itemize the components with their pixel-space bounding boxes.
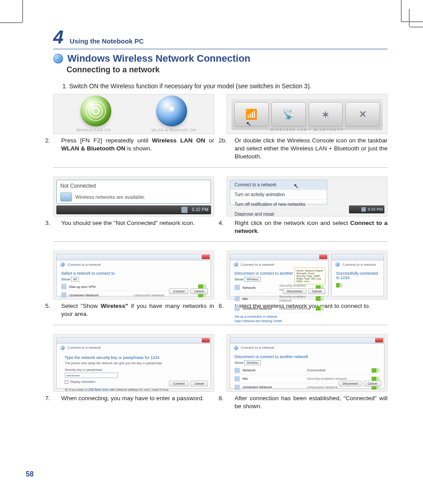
dialog-breadcrumb: Connect to a network [67, 263, 101, 267]
disconnect-button[interactable]: Disconnect [283, 288, 306, 294]
step-1: Switch ON the Wireless function if neces… [69, 83, 388, 90]
step-2b: 2b.Or double click the Wireless Console … [235, 137, 388, 161]
step-number: 5. [53, 302, 61, 310]
show-dropdown[interactable]: Wireless [244, 277, 261, 282]
section-title: Windows Wireless Network Connection [67, 53, 251, 64]
figure-passphrase-dialog: Connect to a network Type the network se… [53, 334, 214, 392]
tray-network-icon[interactable] [361, 207, 366, 212]
bluetooth-icon: ∗ [321, 109, 329, 120]
figure-connect-dialog-select: Connect to a network Disconnect or conne… [227, 251, 388, 299]
console-btn-wlan[interactable]: 📡 [271, 102, 306, 127]
menu-item[interactable]: Turn on activity animation [230, 190, 327, 200]
signal-bars-icon [316, 296, 324, 301]
figure-hotkey-icons: * Wireless LAN ON WLAN & Bluetooth ON [53, 94, 214, 134]
step-number: 8. [227, 394, 235, 402]
divider [53, 241, 388, 242]
dialog-breadcrumb: Connect to a network [342, 263, 376, 267]
chapter-title: Using the Notebook PC [70, 37, 144, 45]
off-icon: ✕ [359, 109, 367, 120]
divider [53, 325, 388, 325]
crop-mark [22, 0, 23, 22]
step-list: Switch ON the Wireless function if neces… [69, 83, 388, 90]
crop-mark [401, 21, 423, 22]
network-row[interactable]: NetworkConnected [235, 366, 380, 375]
subsection-title: Connecting to a network [67, 65, 388, 75]
taskbar-mini: 5:34 PM [349, 205, 384, 213]
wireless-lan-on-icon [80, 95, 111, 126]
tray-network-icon[interactable] [181, 207, 188, 213]
figure-not-connected: Not Connected Wireless networks are avai… [53, 177, 214, 217]
close-icon[interactable] [202, 338, 210, 343]
display-chars-checkbox[interactable] [65, 380, 68, 384]
success-heading: Successfully connected to 1234 [336, 271, 379, 280]
crop-mark [401, 0, 402, 22]
step-number: 2b. [227, 137, 235, 145]
console-btn-bt[interactable]: ∗ [309, 102, 343, 127]
divider [53, 167, 388, 168]
show-dropdown[interactable]: All [71, 277, 79, 282]
wlan-bt-icon: 📶 [245, 109, 257, 120]
cell-fig-select-network: Connect to a network Disconnect or conne… [227, 251, 388, 318]
network-row[interactable]: MicSecurity-enabled network [235, 293, 324, 304]
cell-fig-select-show: Connect to a network Select a network to… [53, 251, 214, 318]
connect-button[interactable]: Connect [169, 381, 188, 386]
show-label: Show [235, 277, 243, 281]
cancel-button[interactable]: Cancel [190, 381, 208, 386]
field-label: Security key or passphrase: [65, 368, 203, 371]
balloon-notification[interactable]: Not Connected Wireless networks are avai… [56, 180, 211, 204]
figure-connected-dialog: Connect to a network Disconnect or conne… [227, 334, 388, 392]
dialog-heading: Select a network to connect to [61, 271, 206, 276]
cell-fig-notif: Not Connected Wireless networks are avai… [53, 177, 214, 235]
balloon-title: Not Connected [60, 183, 207, 189]
figure-grid: * Wireless LAN ON WLAN & Bluetooth ON 2.… [53, 94, 388, 410]
dialog-titlebar [57, 254, 211, 260]
document-page: 4 Using the Notebook PC Windows Wireless… [0, 0, 423, 504]
console-label: WIRELESS LAN + BLUETOOTH [227, 128, 387, 132]
bluetooth-glyph: * [168, 102, 174, 120]
cursor-icon: ↖ [246, 120, 251, 127]
usb-note: 🛈 If you have a USB flash drive with net… [65, 388, 203, 391]
close-icon[interactable] [375, 338, 383, 343]
cancel-button[interactable]: Cancel [190, 288, 208, 294]
antenna-icon: 📡 [282, 109, 294, 120]
connect-dialog: Connect to a network Disconnect or conne… [230, 254, 329, 296]
menu-item-connect[interactable]: Connect to a network [230, 180, 327, 190]
bluetooth-on-icon: * [156, 95, 187, 126]
icon-caption-right: WLAN & Bluetooth ON [134, 128, 214, 132]
dialog-link[interactable]: Set up a connection or network [235, 315, 324, 319]
crop-mark [409, 9, 410, 27]
cancel-button[interactable]: Cancel [308, 288, 326, 294]
balloon-body: Wireless networks are available. [75, 194, 145, 200]
close-icon[interactable] [319, 255, 327, 259]
cell-fig-passphrase: Connect to a network Type the network se… [53, 334, 214, 410]
show-dropdown[interactable]: Wireless [244, 360, 261, 365]
step-2: 2.Press [FN F2] repeatedly until Wireles… [61, 137, 214, 153]
chapter-header: 4 Using the Notebook PC [53, 27, 388, 49]
step-5: 5.Select "Show Wireless" if you have man… [61, 302, 214, 318]
menu-item[interactable]: Turn off notification of new networks [230, 200, 327, 209]
tray-clock: 5:32 PM [192, 207, 208, 212]
menu-item[interactable]: Diagnose and repair [230, 209, 327, 217]
console-btn-wlan-bt[interactable]: 📶↖ [234, 102, 269, 127]
dialog-breadcrumb: Connect to a network [241, 346, 274, 350]
disconnect-button[interactable]: Disconnect [339, 381, 362, 386]
cursor-icon: ↖ [294, 182, 299, 189]
network-context-menu: Connect to a network Turn on activity an… [230, 180, 327, 205]
close-icon[interactable] [202, 255, 210, 259]
cancel-button[interactable]: Cancel [364, 381, 381, 386]
console-btn-off[interactable]: ✕ [345, 102, 380, 127]
dialog-heading: Type the network security key or passphr… [65, 355, 203, 360]
show-label: Show [235, 361, 243, 365]
dialog-link[interactable]: Open Network and Sharing Center [235, 319, 324, 323]
figure-wireless-console: 📶↖ 📡 ∗ ✕ WIRELESS LAN + BLUETOOTH [227, 94, 388, 134]
network-row[interactable]: Unnamed NetworkUnsecured network [235, 304, 324, 313]
usb-link[interactable]: USB flash drive [87, 388, 109, 391]
connect-button[interactable]: Connect [169, 288, 188, 294]
page-content: 4 Using the Notebook PC Windows Wireless… [53, 27, 388, 410]
passphrase-input[interactable]: •••••••• [65, 373, 118, 378]
checkbox-label: Display characters [70, 380, 96, 383]
step-text: Switch ON the Wireless function if neces… [69, 83, 311, 90]
chapter-number: 4 [53, 27, 63, 48]
dialog-breadcrumb: Connect to a network [67, 346, 101, 350]
cell-fig-console: 📶↖ 📡 ∗ ✕ WIRELESS LAN + BLUETOOTH 2b.Or … [227, 94, 388, 161]
